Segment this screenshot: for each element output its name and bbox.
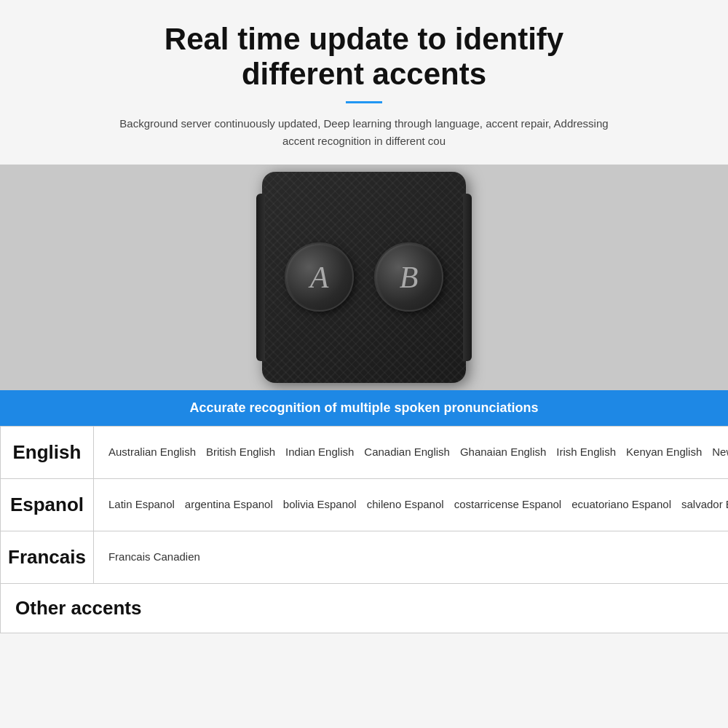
accent-tag: Kenyan English [626, 446, 702, 458]
button-a: A [285, 242, 354, 312]
accents-cell: Francais Canadien [93, 531, 728, 583]
accent-tag: British English [206, 446, 275, 458]
accent-tag: salvador Espanol [681, 498, 728, 510]
device-buttons: A B [285, 242, 443, 312]
header-section: Real time update to identify different a… [0, 0, 728, 165]
title-line2: different accents [242, 57, 486, 91]
table-row: EnglishAustralian EnglishBritish English… [1, 426, 729, 478]
title-line1: Real time update to identify [165, 22, 563, 56]
accent-tag: costarricense Espanol [454, 498, 562, 510]
language-cell: Espanol [1, 478, 94, 531]
main-title: Real time update to identify different a… [44, 22, 684, 92]
accents-cell: Latin Espanolargentina Espanolbolivia Es… [93, 478, 728, 531]
table-header-text: Accurate recognition of multiple spoken … [189, 400, 538, 415]
accent-tag: bolivia Espanol [283, 498, 357, 510]
page-wrapper: Real time update to identify different a… [0, 0, 728, 633]
accent-tag: Australian English [108, 446, 196, 458]
other-accents-row: Other accents [1, 583, 729, 633]
table-section: Accurate recognition of multiple spoken … [0, 390, 728, 633]
other-accents-cell: Other accents [1, 583, 729, 633]
accent-tag: chileno Espanol [367, 498, 444, 510]
accent-tag: Indian English [285, 446, 354, 458]
table-row: EspanolLatin Espanolargentina Espanolbol… [1, 478, 729, 531]
accent-tag: ecuatoriano Espanol [571, 498, 671, 510]
accents-cell: Australian EnglishBritish EnglishIndian … [93, 426, 728, 478]
language-cell: English [1, 426, 94, 478]
title-underline [346, 101, 382, 103]
subtitle: Background server continuously updated, … [116, 115, 612, 150]
accent-tag: Francais Canadien [108, 550, 200, 563]
accent-tag: New Zealand English [712, 446, 728, 458]
table-row: FrancaisFrancais Canadien [1, 531, 729, 583]
button-a-label: A [310, 260, 329, 295]
accent-tag: Latin Espanol [108, 498, 175, 510]
accent-tag: Irish English [556, 446, 616, 458]
device-side-right [463, 194, 472, 361]
device-side-left [256, 194, 265, 361]
table-header-row: Accurate recognition of multiple spoken … [0, 390, 728, 426]
button-b: B [374, 242, 443, 312]
accent-tag: Ghanaian English [460, 446, 546, 458]
accent-tag: argentina Espanol [185, 498, 273, 510]
language-cell: Francais [1, 531, 94, 583]
accent-tag: Canadian English [364, 446, 450, 458]
accent-table: EnglishAustralian EnglishBritish English… [0, 426, 728, 633]
button-b-label: B [400, 260, 419, 295]
device-image-section: A B [0, 165, 728, 390]
device-body: A B [262, 172, 466, 383]
